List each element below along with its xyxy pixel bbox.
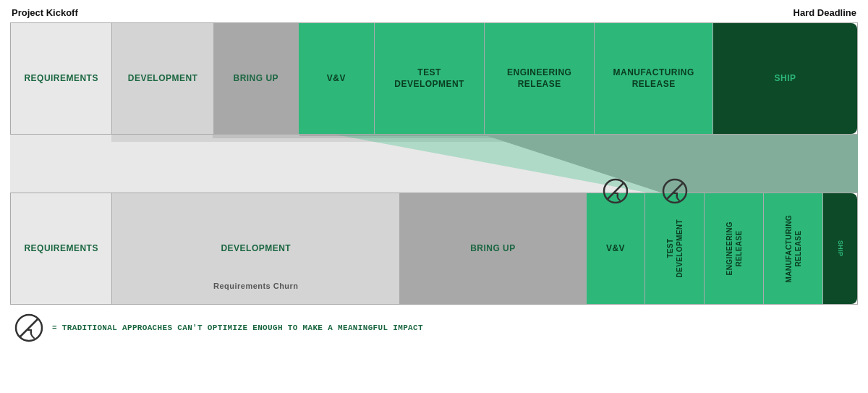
svg-line-6	[608, 183, 624, 199]
svg-line-8	[667, 183, 683, 199]
transition-svg	[10, 135, 858, 193]
bot-requirements-cell: REQUIREMENTS	[11, 193, 112, 304]
bot-mfgrel-cell: MANUFACTURINGRELEASE	[764, 193, 823, 304]
top-testdev-cell: TESTDEVELOPMENT	[375, 23, 485, 134]
top-ship-cell: SHIP	[713, 23, 857, 134]
circle-slash-icon-1	[602, 177, 629, 205]
middle-area: Sometime Later	[10, 135, 858, 193]
circle-slash-icon-2	[661, 177, 689, 205]
header-labels: Project Kickoff Hard Deadline	[10, 7, 858, 18]
bottom-row: REQUIREMENTS DEVELOPMENT Requirements Ch…	[10, 193, 858, 305]
bot-ship-cell: SHIP	[823, 193, 857, 304]
legend-circle-slash-icon	[13, 312, 45, 344]
bot-vnv-cell: V&V	[587, 193, 646, 304]
bot-engrel-cell: ENGINEERINGRELEASE	[705, 193, 764, 304]
top-row: REQUIREMENTS DEVELOPMENT BRING UP V&V TE…	[10, 22, 858, 135]
top-requirements-cell: REQUIREMENTS	[11, 23, 112, 134]
top-bringup-cell: BRING UP	[214, 23, 299, 134]
legend-text: = TRADITIONAL APPROACHES CAN'T OPTIMIZE …	[52, 324, 423, 332]
svg-line-10	[20, 319, 38, 337]
hard-deadline-label: Hard Deadline	[793, 7, 856, 18]
bot-development-cell: DEVELOPMENT Requirements Churn	[112, 193, 400, 304]
top-vnv-cell: V&V	[299, 23, 375, 134]
main-container: Project Kickoff Hard Deadline REQUIREMEN…	[0, 0, 868, 393]
top-engrel-cell: ENGINEERINGRELEASE	[485, 23, 595, 134]
footer-legend: = TRADITIONAL APPROACHES CAN'T OPTIMIZE …	[10, 312, 858, 344]
bot-testdev-cell: TESTDEVELOPMENT	[645, 193, 705, 304]
top-development-cell: DEVELOPMENT	[112, 23, 213, 134]
project-kickoff-label: Project Kickoff	[12, 7, 78, 18]
bot-bringup-cell: BRING UP	[400, 193, 586, 304]
top-mfgrel-cell: MANUFACTURINGRELEASE	[595, 23, 713, 134]
requirements-churn-label: Requirements Churn	[213, 281, 298, 291]
